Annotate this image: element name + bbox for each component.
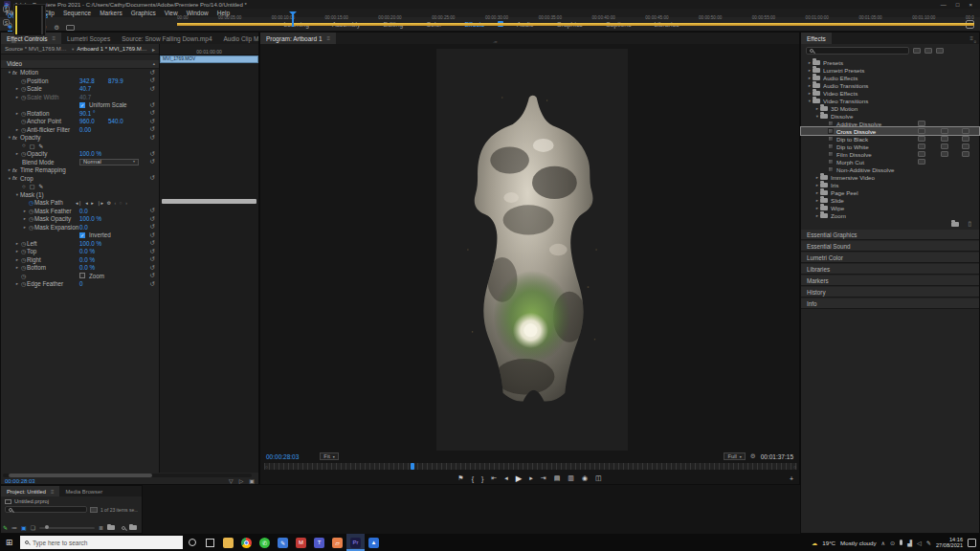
stopwatch-icon[interactable]: ◷ — [20, 264, 27, 271]
stopwatch-icon[interactable]: ◷ — [20, 256, 27, 263]
uniform-scale-checkbox[interactable]: ✓ — [79, 102, 85, 108]
reset-icon[interactable]: ↺ — [150, 207, 155, 214]
program-scrubber[interactable]: ○ ○ — [264, 463, 797, 470]
param-anchor-point[interactable]: ◷Anchor Point960.0540.0↺ — [1, 118, 159, 126]
file-explorer-icon[interactable] — [219, 534, 237, 551]
volume-icon[interactable]: ◁ — [917, 540, 922, 546]
stopwatch-icon[interactable]: ◷ — [28, 224, 34, 231]
param-scale[interactable]: ▸◷Scale40.7↺ — [1, 85, 159, 94]
icon-view-icon[interactable]: ▣ — [21, 524, 27, 531]
new-custom-bin-icon[interactable] — [951, 222, 959, 227]
rect-mask-icon[interactable]: ▢ — [30, 143, 35, 149]
stopwatch-icon[interactable]: ◷ — [20, 248, 27, 254]
panel-libraries[interactable]: Libraries — [801, 264, 979, 275]
reset-icon[interactable]: ↺ — [150, 280, 155, 288]
tree-audio-transitions[interactable]: ▸Audio Transitions — [801, 81, 979, 89]
param-inverted[interactable]: ✓Inverted↺ — [1, 231, 159, 240]
reset-icon[interactable]: ↺ — [150, 134, 155, 142]
tab-media-browser[interactable]: Media Browser — [59, 486, 108, 496]
reset-icon[interactable]: ↺ — [150, 77, 155, 84]
task-view-icon[interactable] — [201, 534, 219, 551]
reset-icon[interactable]: ↺ — [150, 174, 155, 182]
maximize-button[interactable]: □ — [956, 2, 960, 8]
tree-film-dissolve[interactable]: Film Dissolve — [801, 150, 979, 158]
stopwatch-icon[interactable]: ◷ — [28, 215, 34, 222]
timeline-settings-wrench-icon[interactable]: ⚙ — [54, 24, 59, 32]
stopwatch-icon[interactable]: ◷ — [28, 208, 34, 214]
mask-group[interactable]: ▾Mask (1) — [1, 190, 159, 199]
program-playhead[interactable] — [411, 463, 414, 470]
stopwatch-icon[interactable]: ◷ — [20, 273, 27, 279]
mask-path-keyframe-bar[interactable] — [162, 199, 256, 204]
tree-dissolve[interactable]: ▾Dissolve — [801, 112, 979, 120]
panel-essential-graphics[interactable]: Essential Graphics — [801, 230, 979, 240]
param-mask-path[interactable]: ◷Mask Path◂❘◂▸❘▸⚙‹○› — [1, 199, 159, 208]
reset-icon[interactable]: ↺ — [150, 231, 155, 239]
tree-page-peel[interactable]: ▸Page Peel — [801, 188, 979, 196]
photos-app-icon[interactable]: ▲ — [365, 534, 383, 551]
tree-wipe[interactable]: ▸Wipe — [801, 204, 979, 211]
reset-icon[interactable]: ↺ — [150, 118, 155, 125]
reset-icon[interactable]: ↺ — [150, 85, 155, 93]
stopwatch-icon[interactable]: ◷ — [20, 150, 27, 157]
panel-history[interactable]: History — [801, 287, 979, 298]
sort-icon[interactable]: ≣ — [99, 524, 103, 531]
mail-app-icon[interactable]: ▱ — [328, 534, 346, 551]
expand-icon[interactable]: ▸ — [152, 46, 155, 53]
param-mask-expansion[interactable]: ▸◷Mask Expansion0.0↺ — [1, 223, 159, 231]
param-edge-feather[interactable]: ▸◷Edge Feather0↺ — [1, 280, 159, 289]
effect-time-remapping[interactable]: ▸fxTime Remapping — [1, 166, 159, 175]
tree-3d-motion[interactable]: ▸3D Motion — [801, 104, 979, 112]
tree-dip-to-black[interactable]: Dip to Black — [801, 135, 979, 143]
tree-dip-to-white[interactable]: Dip to White — [801, 143, 979, 150]
reset-icon[interactable]: ↺ — [150, 223, 155, 231]
tree-non-additive-dissolve[interactable]: Non-Additive Dissolve — [801, 165, 979, 173]
play-button[interactable]: ▶ — [516, 474, 523, 483]
reset-icon[interactable]: ↺ — [150, 264, 155, 272]
filter-properties-icon[interactable]: ▽ — [229, 477, 234, 484]
step-back-icon[interactable]: ◂ — [504, 474, 508, 482]
tree-presets[interactable]: ▸Presets — [801, 58, 979, 66]
teams-icon[interactable]: T — [310, 534, 328, 551]
reset-icon[interactable]: ↺ — [150, 272, 155, 279]
scrub-handle-right[interactable]: ○ — [793, 464, 796, 470]
chrome-icon[interactable] — [237, 534, 256, 551]
reset-icon[interactable]: ↺ — [150, 69, 155, 77]
ellipse-mask-icon[interactable]: ○ — [22, 143, 26, 148]
reset-icon[interactable]: ↺ — [150, 150, 155, 158]
add-keyframe-icon[interactable]: ○ — [120, 200, 122, 206]
pen-mask-icon[interactable]: ✎ — [38, 183, 43, 189]
stopwatch-icon[interactable]: ◷ — [20, 240, 27, 247]
panel-lumetri-color[interactable]: Lumetri Color — [801, 253, 979, 263]
find-icon[interactable] — [122, 526, 125, 530]
prev-icon[interactable]: ‹ — [114, 200, 116, 206]
mark-in-icon[interactable]: { — [472, 475, 474, 482]
add-marker-icon[interactable]: ⚑ — [457, 474, 463, 482]
playhead-head[interactable] — [289, 11, 297, 15]
chevron-down-icon[interactable]: ▾ — [72, 47, 74, 52]
project-file-name[interactable]: Untitled.prproj — [14, 498, 49, 504]
solo-left-button[interactable]: S — [3, 6, 10, 12]
solo-right-button[interactable]: S — [3, 19, 10, 26]
tree-additive-dissolve[interactable]: Additive Dissolve — [801, 120, 979, 127]
program-timecode[interactable]: 00:00:28:03 — [266, 453, 299, 460]
mark-out-icon[interactable]: } — [481, 475, 483, 482]
minimize-button[interactable]: — — [941, 2, 947, 8]
playback-resolution-dropdown[interactable]: Full▾ — [724, 452, 745, 460]
zoom-slider[interactable] — [39, 527, 95, 529]
notes-app-icon[interactable]: ✎ — [274, 534, 292, 551]
stopwatch-icon[interactable]: ◷ — [20, 126, 27, 133]
reset-icon[interactable]: ↺ — [150, 215, 155, 223]
red-m-app-icon[interactable]: M — [292, 534, 310, 551]
playhead-timecode[interactable]: 00:00:28:03 — [5, 478, 35, 484]
reset-icon[interactable]: ↺ — [150, 101, 155, 109]
track-backward-icon[interactable]: ◂❘ — [76, 200, 82, 206]
close-button[interactable]: × — [969, 2, 972, 8]
delete-icon[interactable]: ▯ — [968, 220, 971, 228]
project-search-input[interactable] — [5, 506, 87, 513]
panel-essential-sound[interactable]: Essential Sound — [801, 241, 979, 252]
scrub-handle-left[interactable]: ○ — [265, 464, 268, 470]
source-clip-label[interactable]: Source * MVI_1769.MOV — [5, 46, 69, 52]
rect-mask-icon[interactable]: ▢ — [30, 183, 35, 189]
param-position[interactable]: ◷Position342.8879.9↺ — [1, 77, 159, 85]
